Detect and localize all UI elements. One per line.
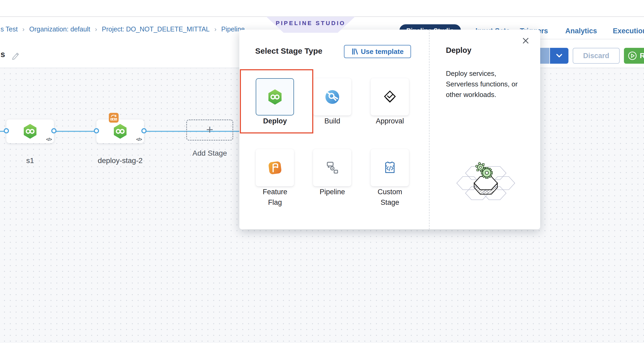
- pipeline-name: s: [1, 50, 5, 59]
- deploy-illustration: [450, 156, 521, 205]
- stage-type-label-approval: Approval: [370, 116, 410, 126]
- build-ci-icon: [324, 89, 340, 105]
- run-label: R: [640, 52, 644, 60]
- cd-hexagon-icon: [113, 123, 127, 140]
- add-stage-label: Add Stage: [186, 149, 234, 157]
- dialog-title: Select Stage Type: [255, 47, 323, 55]
- tab-analytics[interactable]: Analytics: [565, 27, 597, 35]
- stage-type-card-feature-flag[interactable]: [256, 149, 294, 186]
- save-chevron-down-icon[interactable]: [550, 48, 568, 64]
- tab-executions[interactable]: Execution: [613, 27, 644, 35]
- panel-divider: [429, 30, 430, 229]
- breadcrumb-account[interactable]: s Test: [1, 25, 18, 33]
- edit-pencil-icon[interactable]: [11, 51, 20, 61]
- detail-description: Deploy services, Serverless functions, o…: [446, 68, 525, 100]
- stage-type-card-approval[interactable]: [371, 78, 409, 115]
- code-view-glyph: </>: [136, 137, 142, 142]
- stage-type-card-custom-stage[interactable]: [371, 149, 409, 186]
- cd-hexagon-icon: [23, 123, 37, 140]
- feature-flag-icon: [267, 160, 283, 175]
- run-button[interactable]: R: [624, 48, 644, 64]
- stage-port[interactable]: [51, 128, 57, 133]
- use-template-label: Use template: [361, 48, 404, 56]
- code-view-glyph: </>: [46, 137, 52, 142]
- pipeline-chain-icon: [325, 161, 339, 175]
- select-stage-type-dialog: Select Stage Type Use template: [239, 30, 540, 229]
- stage-type-label-custom-stage: Custom Stage: [370, 187, 410, 208]
- selection-highlight-box: [240, 69, 313, 133]
- breadcrumb-separator: ›: [95, 26, 97, 33]
- rollback-strategy-icon: [109, 113, 119, 123]
- pipeline-studio-screen: s Test › Organization: default › Project…: [0, 0, 644, 343]
- stage-node-s1[interactable]: </>: [6, 119, 54, 143]
- stage-type-label-pipeline: Pipeline: [312, 187, 352, 197]
- detail-title: Deploy: [446, 46, 472, 55]
- breadcrumb-separator: ›: [214, 26, 217, 33]
- plus-icon: +: [206, 123, 213, 136]
- stage-node-deploy-stag-2[interactable]: </>: [96, 119, 144, 143]
- stage-port[interactable]: [94, 128, 99, 133]
- stage-type-card-pipeline[interactable]: [313, 149, 351, 186]
- play-circle-icon: [628, 51, 637, 61]
- breadcrumb-project[interactable]: Project: DO_NOT_DELETE_MITTAL: [102, 25, 210, 33]
- breadcrumb-organization[interactable]: Organization: default: [29, 25, 90, 33]
- stage-label-deploy-stag-2: deploy-stag-2: [94, 156, 147, 165]
- close-icon[interactable]: [520, 35, 531, 47]
- custom-stage-icon: [382, 160, 397, 175]
- stage-port[interactable]: [4, 128, 9, 133]
- add-stage-button[interactable]: +: [186, 119, 233, 141]
- nav-divider: [534, 39, 644, 39]
- stage-type-label-build: Build: [312, 116, 352, 126]
- breadcrumb-separator: ›: [22, 26, 25, 33]
- stage-port[interactable]: [141, 128, 147, 133]
- stage-type-card-build[interactable]: [313, 78, 351, 115]
- stage-label-s1: s1: [6, 156, 54, 165]
- pipeline-studio-badge-label: PIPELINE STUDIO: [276, 20, 346, 33]
- discard-button[interactable]: Discard: [573, 48, 620, 64]
- breadcrumb: s Test › Organization: default › Project…: [1, 25, 245, 33]
- stage-type-label-feature-flag: Feature Flag: [255, 187, 295, 208]
- template-library-icon: [351, 48, 358, 55]
- approval-check-icon: [382, 89, 398, 105]
- use-template-button[interactable]: Use template: [344, 45, 411, 58]
